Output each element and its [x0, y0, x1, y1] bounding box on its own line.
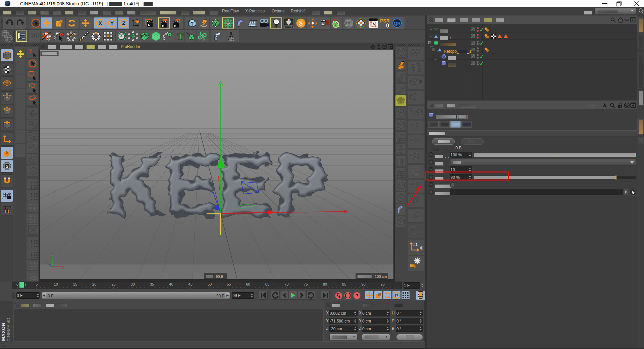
svg-text:25: 25: [111, 282, 115, 286]
svg-text:0: 0: [16, 282, 18, 286]
svg-text:?: ?: [355, 293, 358, 298]
svg-text:Y: Y: [110, 20, 113, 26]
svg-text:15: 15: [73, 282, 77, 286]
svg-text:50: 50: [208, 282, 212, 286]
svg-text:S: S: [5, 164, 8, 169]
svg-text:X: X: [98, 20, 102, 26]
svg-text:70: 70: [284, 282, 288, 286]
svg-text:95: 95: [381, 282, 385, 286]
svg-text:( ): ( ): [5, 208, 9, 213]
svg-text:?: ?: [29, 47, 32, 54]
svg-text:55: 55: [227, 282, 231, 286]
svg-text:75: 75: [304, 282, 308, 286]
svg-text:T: T: [177, 31, 183, 41]
svg-text:5: 5: [36, 282, 38, 286]
svg-text:65: 65: [265, 282, 269, 286]
svg-text:Z: Z: [122, 20, 125, 26]
svg-text:20: 20: [92, 282, 96, 286]
svg-text:40: 40: [169, 282, 173, 286]
svg-text:35: 35: [150, 282, 154, 286]
svg-text:=1: =1: [413, 242, 418, 247]
svg-text:90: 90: [361, 282, 365, 286]
svg-text:X: X: [62, 265, 65, 269]
svg-text:KEEP: KEEP: [105, 136, 328, 232]
svg-text:QR: QR: [393, 21, 400, 26]
svg-text:S: S: [299, 19, 303, 27]
svg-text:30: 30: [131, 282, 135, 286]
svg-text:10: 10: [54, 282, 58, 286]
svg-text:80: 80: [323, 282, 327, 286]
svg-text:45: 45: [189, 282, 193, 286]
svg-text:Y: Y: [51, 254, 54, 258]
svg-text:60: 60: [246, 282, 250, 286]
svg-text:Z: Z: [45, 260, 48, 264]
svg-text:0: 0: [386, 23, 389, 28]
svg-text:P: P: [395, 293, 398, 298]
svg-text:85: 85: [342, 282, 346, 286]
svg-text:fx: fx: [229, 36, 234, 41]
